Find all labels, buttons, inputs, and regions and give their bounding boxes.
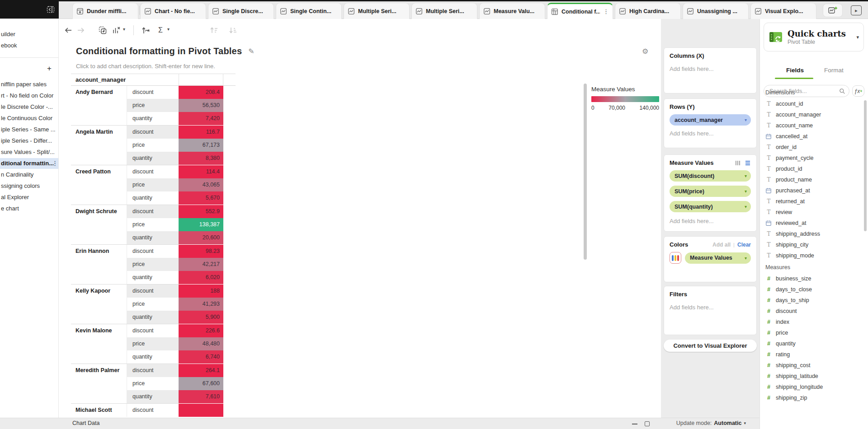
field-item-product_id[interactable]: Tproduct_id xyxy=(765,163,860,174)
field-item-product_name[interactable]: Tproduct_name xyxy=(765,174,860,185)
expand-tabstrip-icon[interactable]: ▸ xyxy=(851,5,862,15)
field-item-shipping_latitude[interactable]: #shipping_latitude xyxy=(765,371,860,382)
tab-menu-dots-icon[interactable]: ⋮ xyxy=(603,8,609,15)
tab-multiple-seri-[interactable]: Multiple Seri... xyxy=(344,3,410,19)
aggregate-sigma-button[interactable]: Σ xyxy=(155,24,166,36)
tab-chart-no-fie-[interactable]: Chart - No fie... xyxy=(140,3,206,19)
field-pill-sum-price-[interactable]: SUM(price)▾ xyxy=(670,186,751,197)
chevron-down-icon[interactable]: ▾ xyxy=(745,117,747,122)
sidebar-chart-item[interactable]: rt - No field on Color xyxy=(0,90,59,101)
field-item-business_size[interactable]: #business_size xyxy=(765,273,860,284)
tab-visual-explo-[interactable]: Visual Explo... xyxy=(750,3,816,19)
tab-fields[interactable]: Fields xyxy=(786,67,804,74)
field-pill-sum-discount-[interactable]: SUM(discount)▾ xyxy=(670,170,751,182)
tab-high-cardina-[interactable]: High Cardina... xyxy=(615,3,681,19)
field-pill-sum-quantity-[interactable]: SUM(quantity)▾ xyxy=(670,201,751,212)
update-mode-selector[interactable]: Update mode: Automatic ▾ xyxy=(676,420,746,426)
sidebar-chart-item[interactable]: iple Series - Differ... xyxy=(0,135,59,146)
colors-add-all-link[interactable]: Add all xyxy=(712,242,731,248)
sidebar-chart-item[interactable]: nifflin paper sales xyxy=(0,79,59,90)
sidebar-nav-uilder[interactable]: uilder xyxy=(0,29,59,40)
edit-title-pencil-icon[interactable]: ✎ xyxy=(248,47,254,56)
field-item-returned_at[interactable]: Treturned_at xyxy=(765,196,860,207)
tab-dunder-miffli-[interactable]: Dunder miffli... xyxy=(72,3,138,19)
field-pill-account_manager[interactable]: account_manager▾ xyxy=(670,114,751,126)
new-chart-button[interactable] xyxy=(823,4,843,17)
field-item-purchased_at[interactable]: purchased_at xyxy=(765,185,860,196)
field-item-quantity[interactable]: #quantity xyxy=(765,338,860,349)
sidebar-chart-item[interactable]: n Cardinality xyxy=(0,169,59,180)
field-item-payment_cycle[interactable]: Tpayment_cycle xyxy=(765,153,860,163)
duplicate-chart-button[interactable] xyxy=(97,24,108,36)
field-item-shipping_city[interactable]: Tshipping_city xyxy=(765,239,860,250)
filters-add-fields-dropzone[interactable]: Add fields here... xyxy=(670,304,751,311)
field-item-reviewed_at[interactable]: reviewed_at xyxy=(765,218,860,228)
field-item-rating[interactable]: #rating xyxy=(765,349,860,360)
sidebar-chart-item[interactable]: ditional formattin...⋮ xyxy=(0,158,59,169)
sidebar-chart-item[interactable]: al Explorer xyxy=(0,192,59,203)
convert-to-visual-explorer-button[interactable]: Convert to Visual Explorer xyxy=(664,340,757,352)
measure-values-add-fields-dropzone[interactable]: Add fields here... xyxy=(670,218,751,224)
add-calculated-field-button[interactable]: ƒx+ xyxy=(852,85,864,97)
chart-settings-gear-icon[interactable]: ⚙ xyxy=(642,47,648,56)
table-scrollbar[interactable] xyxy=(584,84,587,260)
tab-measure-valu-[interactable]: Measure Valu... xyxy=(479,3,545,19)
field-item-account_id[interactable]: Taccount_id xyxy=(765,98,860,109)
chart-type-selector[interactable]: Quick charts Pivot Table ▾ xyxy=(764,23,864,51)
field-item-order_id[interactable]: Torder_id xyxy=(765,142,860,153)
field-item-shipping_longitude[interactable]: #shipping_longitude xyxy=(765,382,860,392)
measure-columns-layout-icon[interactable] xyxy=(735,160,741,166)
field-item-cancelled_at[interactable]: cancelled_at xyxy=(765,131,860,142)
chevron-down-icon[interactable]: ▾ xyxy=(745,173,747,178)
field-item-shipping_cost[interactable]: #shipping_cost xyxy=(765,360,860,371)
sidebar-chart-item[interactable]: ssigning colors xyxy=(0,181,59,191)
sidebar-nav-ebook[interactable]: ebook xyxy=(0,40,59,51)
maximize-icon[interactable] xyxy=(645,421,650,426)
chevron-down-icon[interactable]: ▾ xyxy=(167,27,170,32)
chevron-down-icon[interactable]: ▾ xyxy=(745,189,747,194)
field-item-account_name[interactable]: Taccount_name xyxy=(765,120,860,131)
minimize-icon[interactable] xyxy=(632,424,637,424)
sidebar-chart-item[interactable]: sure Values - Split/... xyxy=(0,147,59,158)
delete-chart-button[interactable] xyxy=(110,24,122,36)
field-pill-measure-values[interactable]: Measure Values▾ xyxy=(685,252,751,264)
field-item-days_to_ship[interactable]: #days_to_ship xyxy=(765,295,860,306)
item-menu-dots-icon[interactable]: ⋮ xyxy=(52,158,58,169)
sidebar-chart-item[interactable]: le Discrete Color -... xyxy=(0,102,59,112)
chart-data-label[interactable]: Chart Data xyxy=(72,420,99,426)
chevron-down-icon[interactable]: ▾ xyxy=(745,256,747,261)
field-item-shipping_mode[interactable]: Tshipping_mode xyxy=(765,250,860,261)
add-chart-button[interactable]: + xyxy=(45,64,54,73)
chevron-down-icon[interactable]: ▾ xyxy=(123,27,125,32)
back-button[interactable] xyxy=(62,24,74,36)
sidebar-chart-item[interactable]: iple Series - Same ... xyxy=(0,124,59,135)
field-item-shipping_address[interactable]: Tshipping_address xyxy=(765,228,860,239)
field-item-review[interactable]: Treview xyxy=(765,207,860,218)
field-item-shipping_zip[interactable]: #shipping_zip xyxy=(765,392,860,403)
tab-multiple-seri-[interactable]: Multiple Seri... xyxy=(411,3,477,19)
chart-description-placeholder[interactable]: Click to add chart description. Shift-en… xyxy=(76,63,215,70)
tab-format[interactable]: Format xyxy=(824,67,844,74)
swap-axes-button[interactable] xyxy=(140,24,152,36)
field-item-days_to_close[interactable]: #days_to_close xyxy=(765,284,860,295)
colors-clear-link[interactable]: Clear xyxy=(737,242,751,248)
chevron-down-icon[interactable]: ▾ xyxy=(745,204,747,209)
sidebar-chart-item[interactable]: e chart xyxy=(0,203,59,214)
measure-rows-layout-icon[interactable] xyxy=(745,160,751,166)
rows-add-fields-dropzone[interactable]: Add fields here... xyxy=(670,130,751,137)
tab-single-contin-[interactable]: Single Contin... xyxy=(276,3,342,19)
fields-panel-scrollbar[interactable] xyxy=(864,100,867,231)
tab-label: Single Discre... xyxy=(222,8,270,14)
tab-single-discre-[interactable]: Single Discre... xyxy=(208,3,274,19)
field-item-account_manager[interactable]: Taccount_manager xyxy=(765,109,860,120)
field-item-discount[interactable]: #discount xyxy=(765,306,860,317)
columns-add-fields-dropzone[interactable]: Add fields here... xyxy=(670,65,751,72)
field-item-price[interactable]: #price xyxy=(765,327,860,338)
collapse-panel-icon[interactable] xyxy=(46,5,55,14)
field-item-index[interactable]: #index xyxy=(765,317,860,327)
tab-conditional-f-[interactable]: Conditional f...⋮ xyxy=(547,3,613,19)
sidebar-chart-item[interactable]: le Continuous Color xyxy=(0,113,59,124)
tab-bar: Dunder miffli...Chart - No fie...Single … xyxy=(0,0,868,19)
color-palette-icon[interactable] xyxy=(670,252,681,264)
tab-unassigning-[interactable]: Unassigning ... xyxy=(683,3,749,19)
